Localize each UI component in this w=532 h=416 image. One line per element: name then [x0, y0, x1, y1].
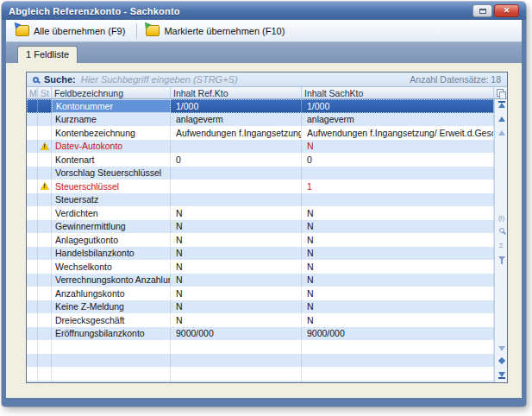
sach-value-cell[interactable]: N: [302, 247, 494, 261]
field-name-cell[interactable]: Handelsbilanzkonto: [52, 247, 171, 261]
current-record-button[interactable]: [495, 358, 507, 363]
field-name-cell[interactable]: Vorschlag Steuerschlüssel: [52, 167, 171, 180]
field-name-cell[interactable]: Kurzname: [52, 113, 171, 127]
table-row[interactable]: GewinnermittlungNN: [27, 220, 494, 234]
table-row[interactable]: Datev-AutokontoN: [27, 140, 494, 154]
sach-value-cell[interactable]: 0: [302, 153, 494, 167]
ref-value-cell[interactable]: N: [171, 233, 302, 247]
apply-all-button[interactable]: Alle übernehmen (F9): [10, 22, 133, 39]
table-row[interactable]: Kontonummer1/0001/000: [27, 99, 494, 113]
title-bar[interactable]: Abgleich Referenzkonto - Sachkonto ✕: [2, 2, 526, 20]
table-row[interactable]: KontenbezeichnungAufwendungen f.Ingangse…: [27, 126, 494, 140]
ref-value-cell[interactable]: N: [171, 287, 302, 300]
sach-value-cell[interactable]: N: [302, 287, 494, 300]
field-name-cell[interactable]: Dreiecksgeschäft: [52, 313, 171, 327]
sach-value-cell[interactable]: N: [302, 300, 494, 314]
table-row[interactable]: Verrechnungskonto AnzahlungNN: [27, 274, 494, 287]
field-name-cell[interactable]: Steuerschlüssel: [52, 180, 171, 193]
sach-value-cell[interactable]: N: [302, 260, 494, 274]
column-chooser-button[interactable]: [494, 87, 507, 98]
table-row[interactable]: AnzahlungskontoNN: [27, 287, 494, 300]
field-name-cell[interactable]: Datev-Autokonto: [52, 140, 171, 154]
close-button[interactable]: ✕: [494, 4, 519, 17]
record-indicator[interactable]: (l): [495, 215, 507, 222]
field-name-cell[interactable]: Anlagegutkonto: [52, 233, 171, 247]
sach-value-cell[interactable]: [302, 167, 494, 180]
ref-value-cell[interactable]: N: [171, 260, 302, 274]
field-name-cell[interactable]: Kontenbezeichnung: [52, 126, 171, 140]
window-controls: ✕: [473, 4, 519, 17]
column-header-st[interactable]: St: [38, 87, 52, 98]
field-name-cell[interactable]: Verrechnungskonto Anzahlung: [52, 274, 171, 287]
sach-value-cell[interactable]: N: [302, 233, 494, 247]
table-row[interactable]: Eröffnungsbilanzkonto9000/0009000/000: [27, 327, 494, 341]
table-row[interactable]: Keine Z-MeldungNN: [27, 300, 494, 314]
sach-value-cell[interactable]: N: [302, 140, 494, 154]
grid-search-button[interactable]: [495, 228, 507, 233]
sach-value-cell[interactable]: [302, 193, 494, 207]
apply-marked-icon: [146, 25, 160, 36]
field-name-cell[interactable]: Eröffnungsbilanzkonto: [52, 327, 171, 341]
line-down-button[interactable]: [495, 346, 507, 351]
table-row[interactable]: VerdichtenNN: [27, 206, 494, 220]
ref-value-cell[interactable]: [171, 140, 302, 154]
sach-value-cell[interactable]: 1: [302, 180, 494, 193]
column-header-ref[interactable]: Inhalt Ref.Kto: [171, 87, 302, 98]
field-name-cell[interactable]: Kontonummer: [52, 99, 171, 113]
table-row[interactable]: Steuersatz: [27, 193, 494, 207]
field-name-cell[interactable]: Wechselkonto: [52, 260, 171, 274]
ref-value-cell[interactable]: N: [171, 300, 302, 314]
sach-value-cell[interactable]: N: [302, 220, 494, 234]
ref-value-cell[interactable]: [171, 193, 302, 207]
field-name-cell[interactable]: Kontenart: [52, 153, 171, 167]
ref-value-cell[interactable]: [171, 180, 302, 193]
field-name-cell[interactable]: Steuersatz: [52, 193, 171, 207]
search-bar[interactable]: Suche: Hier Suchbegriff eingeben (STRG+S…: [27, 72, 507, 87]
ref-value-cell[interactable]: N: [171, 247, 302, 261]
column-header-sach[interactable]: Inhalt SachKto: [302, 87, 494, 98]
table-row[interactable]: AnlagegutkontoNN: [27, 233, 494, 247]
sach-value-cell[interactable]: 9000/000: [302, 327, 494, 341]
table-row[interactable]: HandelsbilanzkontoNN: [27, 247, 494, 261]
column-header-m[interactable]: M: [27, 87, 38, 98]
page-up-button[interactable]: [495, 117, 507, 122]
sach-value-cell[interactable]: N: [302, 313, 494, 327]
ref-value-cell[interactable]: 0: [171, 153, 302, 167]
table-row[interactable]: DreiecksgeschäftNN: [27, 313, 494, 327]
maximize-button[interactable]: [473, 4, 492, 17]
scroll-to-top-button[interactable]: [495, 103, 507, 108]
grid-search-icon: [499, 228, 504, 233]
sach-value-cell[interactable]: anlageverm: [302, 113, 494, 127]
table-row[interactable]: Kontenart00: [27, 153, 494, 167]
ref-value-cell[interactable]: anlageverm: [171, 113, 302, 127]
scroll-to-bottom-button[interactable]: [495, 372, 507, 377]
field-name-cell[interactable]: Anzahlungskonto: [52, 287, 171, 300]
table-row[interactable]: Steuerschlüssel1: [27, 180, 494, 193]
sach-value-cell[interactable]: 1/000: [302, 99, 494, 113]
ref-value-cell[interactable]: N: [171, 274, 302, 287]
apply-marked-button[interactable]: Markierte übernehmen (F10): [141, 22, 292, 39]
filter-button[interactable]: [495, 256, 507, 261]
ref-value-cell[interactable]: 1/000: [171, 99, 302, 113]
sach-value-cell[interactable]: N: [302, 274, 494, 287]
copy-icon: [497, 89, 504, 98]
table-row[interactable]: WechselkontoNN: [27, 260, 494, 274]
ref-value-cell[interactable]: 9000/000: [171, 327, 302, 341]
line-up-button[interactable]: [495, 130, 507, 136]
ref-value-cell[interactable]: Aufwendungen f.Ingangsetzung/ Erweit.d.G…: [171, 126, 302, 140]
ref-value-cell[interactable]: [171, 167, 302, 180]
field-name-cell[interactable]: Gewinnermittlung: [52, 220, 171, 234]
table-row[interactable]: Vorschlag Steuerschlüssel: [27, 167, 494, 180]
field-name-cell[interactable]: Keine Z-Meldung: [52, 300, 171, 314]
sach-value-cell[interactable]: Aufwendungen f.Ingangsetzung/ Erweit.d.G…: [302, 126, 494, 140]
sach-value-cell[interactable]: N: [302, 206, 494, 220]
ref-value-cell[interactable]: N: [171, 313, 302, 327]
apply-all-label: Alle übernehmen (F9): [34, 26, 125, 36]
table-row[interactable]: Kurznameanlagevermanlageverm: [27, 113, 494, 127]
tab-feldliste[interactable]: 1 Feldliste: [17, 46, 78, 63]
field-name-cell[interactable]: Verdichten: [52, 206, 171, 220]
ref-value-cell[interactable]: N: [171, 206, 302, 220]
ref-value-cell[interactable]: N: [171, 220, 302, 234]
sum-button[interactable]: Σ: [495, 243, 507, 249]
column-header-feld[interactable]: Feldbezeichnung: [52, 87, 171, 98]
